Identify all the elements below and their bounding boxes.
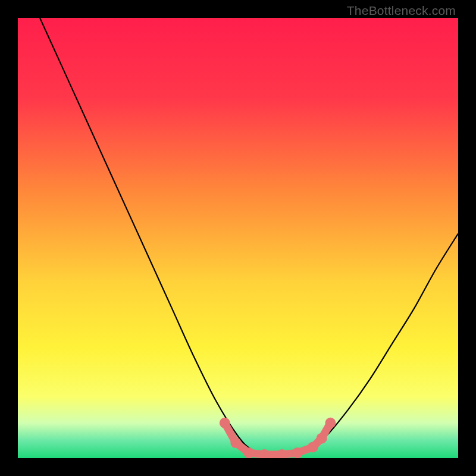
chart-plot-area — [18, 18, 458, 458]
dip-marker-dot — [230, 437, 241, 448]
chart-frame: TheBottleneck.com — [0, 0, 476, 476]
dip-marker-dot — [244, 447, 255, 458]
dip-marker-dot — [292, 447, 303, 458]
dip-markers-group — [220, 418, 336, 458]
dip-marker-dot — [308, 442, 318, 453]
dip-marker-dot — [220, 418, 230, 428]
watermark-label: TheBottleneck.com — [347, 4, 456, 18]
chart-curve-layer — [18, 18, 458, 458]
dip-marker-dot — [325, 418, 336, 428]
dip-marker-dot — [317, 433, 327, 444]
bottleneck-curve-line — [40, 18, 458, 454]
